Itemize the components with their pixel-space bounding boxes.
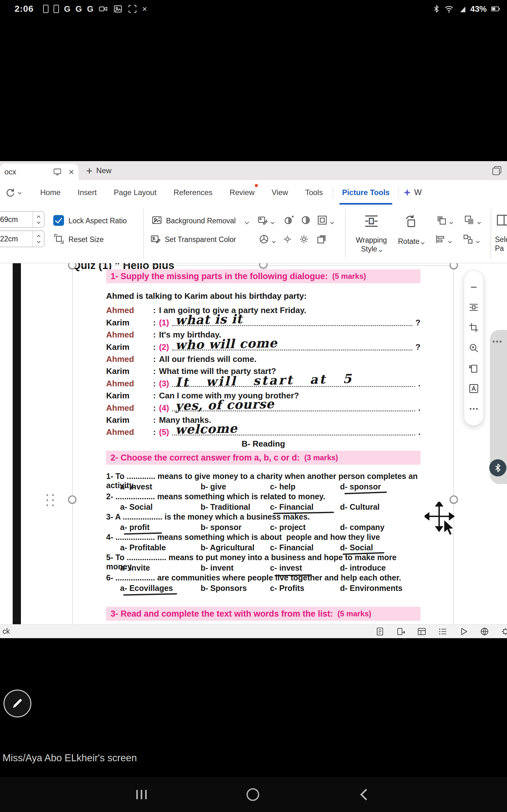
more-tools-button[interactable] <box>467 403 480 415</box>
photo-icon <box>113 4 123 14</box>
settings-icon[interactable] <box>501 627 507 636</box>
handwritten-answer: what is it <box>175 311 243 327</box>
picture-border-chevron-icon[interactable] <box>330 220 334 224</box>
document-canvas[interactable]: Quiz (1) " Hello plus 1- Supply the miss… <box>0 263 507 624</box>
document-tab[interactable]: ocx × <box>0 164 78 180</box>
wrapping-style-button[interactable]: Wrapping <box>354 236 389 245</box>
bluetooth-device-bubble[interactable] <box>489 459 506 476</box>
align-objects-icon[interactable] <box>435 234 446 245</box>
reset-size-icon[interactable] <box>54 234 64 244</box>
redo-icon[interactable] <box>4 188 14 198</box>
answer-blank: yes, of course <box>172 403 415 411</box>
rotate-button[interactable]: Rotate <box>398 237 424 246</box>
section1-marks: (5 marks) <box>332 272 366 281</box>
phone-screen: 2:06 G G G × 43% ocx × <box>0 0 507 812</box>
send-backward-icon[interactable] <box>464 215 475 225</box>
wrapping-style-button-line2[interactable]: Style <box>354 245 389 253</box>
speaker-name: Karim <box>106 342 153 352</box>
dialogue-line: Karim : Many thanks. <box>106 414 420 426</box>
annotate-pencil-fab[interactable] <box>3 690 32 717</box>
tab-home[interactable]: Home <box>32 180 69 205</box>
page-count-icon[interactable] <box>375 627 385 636</box>
corrections-chevron-icon[interactable] <box>271 220 274 224</box>
tab-tools[interactable]: Tools <box>297 180 331 205</box>
crop-button[interactable] <box>467 321 480 334</box>
battery-icon <box>491 5 501 13</box>
page-setup-icon[interactable] <box>396 627 406 636</box>
picture-border-icon[interactable] <box>317 215 328 225</box>
dialogue-line: Karim : (2) who will come ? <box>106 340 420 352</box>
redo-menu-chevron-icon[interactable] <box>18 191 21 194</box>
alt-text-button[interactable] <box>467 382 480 395</box>
send-backward-chevron-icon[interactable] <box>477 220 481 224</box>
blank-number: (3) <box>159 379 169 389</box>
signal-icon <box>458 4 466 13</box>
tab-references[interactable]: References <box>165 180 221 205</box>
wrap-text-button[interactable] <box>467 301 480 314</box>
background-removal-icon <box>152 215 162 225</box>
tab-page-layout[interactable]: Page Layout <box>105 180 165 205</box>
tab-insert[interactable]: Insert <box>69 180 105 205</box>
resize-handle-top-center[interactable] <box>259 263 268 269</box>
ribbon-picture-tools: 5.69cm 5.22cm Lock Aspect Ratio Reset Si… <box>0 205 507 263</box>
zoom-button[interactable] <box>467 342 480 354</box>
layout-view-icon[interactable] <box>417 627 427 636</box>
wifi-icon <box>444 4 454 14</box>
drag-grip-dots[interactable] <box>46 494 55 507</box>
brightness-low-icon[interactable] <box>282 234 293 245</box>
height-field[interactable]: 5.69cm <box>0 211 44 228</box>
copilot-button[interactable]: W <box>403 188 422 197</box>
rotate-page-button[interactable] <box>467 362 480 374</box>
new-tab-button[interactable]: + New <box>86 161 112 180</box>
brightness-increase-icon[interactable] <box>283 215 294 225</box>
present-icon[interactable] <box>459 627 468 636</box>
tab-picture-tools[interactable]: Picture Tools <box>334 180 397 205</box>
selection-pane-button[interactable]: Selec <box>495 235 507 244</box>
bring-forward-icon[interactable] <box>436 215 447 225</box>
restore-window-icon[interactable] <box>493 166 501 175</box>
edge-panel-handle[interactable] <box>490 330 507 484</box>
picture-corrections-icon[interactable] <box>257 215 268 225</box>
lock-aspect-checkbox[interactable] <box>53 215 64 226</box>
resize-handle-top-right[interactable] <box>450 263 458 269</box>
page-edge-bar <box>13 263 21 624</box>
group-objects-icon[interactable] <box>463 234 473 245</box>
recolor-icon[interactable] <box>259 234 269 245</box>
recolor-chevron-icon[interactable] <box>272 240 275 243</box>
home-icon[interactable] <box>246 788 259 801</box>
set-transparent-color-button[interactable]: Set Transparent Color <box>165 235 236 244</box>
close-tab-icon[interactable]: × <box>68 167 74 177</box>
tab-view[interactable]: View <box>263 180 297 205</box>
width-field[interactable]: 5.22cm <box>0 231 44 247</box>
contrast-icon[interactable] <box>300 215 311 225</box>
resize-handle-middle-left[interactable] <box>68 496 76 504</box>
width-stepper[interactable] <box>33 231 44 247</box>
brightness-high-icon[interactable] <box>298 234 309 245</box>
speaker-name: Ahmed <box>106 305 153 315</box>
speaker-name: Karim <box>106 318 153 328</box>
collapse-toolbar-button[interactable] <box>467 281 480 293</box>
tab-review[interactable]: Review <box>221 180 263 205</box>
system-status-icons: 43% <box>432 4 501 14</box>
picture-shadow-icon[interactable] <box>316 234 327 245</box>
speaker-name: Ahmed <box>106 354 153 364</box>
selection-pane-icon[interactable] <box>496 213 507 227</box>
google-notification-icon: G <box>75 4 82 14</box>
recent-apps-icon[interactable] <box>136 790 147 799</box>
align-chevron-icon[interactable] <box>448 240 452 243</box>
blank-number: (5) <box>159 427 169 437</box>
selection-pane-button-line2[interactable]: Pa <box>495 244 504 253</box>
document-tab-title: ocx <box>4 167 16 176</box>
bullet-list-icon[interactable] <box>438 627 447 636</box>
background-removal-button[interactable]: Background Removal <box>166 217 236 225</box>
language-globe-icon[interactable] <box>480 627 489 636</box>
speaker-name: Ahmed <box>106 403 153 413</box>
height-stepper[interactable] <box>33 212 44 227</box>
options-row: a- invite b- invent c- invest d- introdu… <box>106 563 420 573</box>
bring-forward-chevron-icon[interactable] <box>449 220 453 224</box>
section2-heading: 2- Choose the correct answer from a, b, … <box>106 451 420 465</box>
back-icon[interactable] <box>360 789 372 801</box>
background-removal-chevron-icon[interactable] <box>245 220 249 224</box>
reset-size-button[interactable]: Reset Size <box>68 235 104 244</box>
group-chevron-icon[interactable] <box>476 240 480 243</box>
